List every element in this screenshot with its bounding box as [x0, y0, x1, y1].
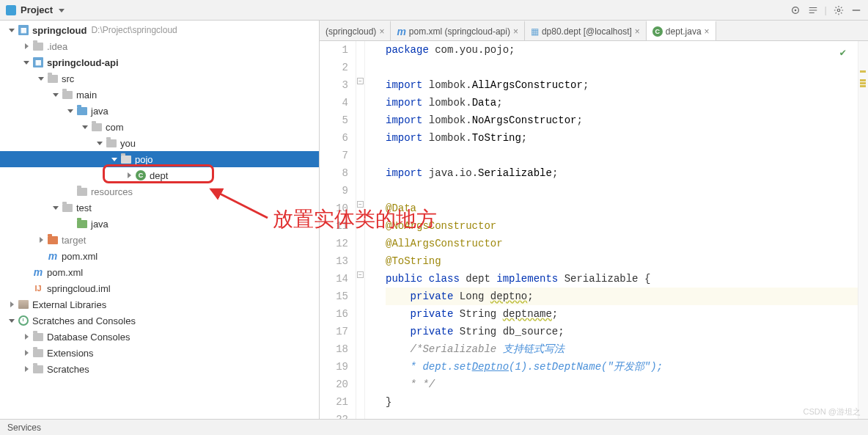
maven-icon: m [397, 26, 405, 37]
tree-root[interactable]: ▦springcloudD:\Project\springcloud [0, 22, 319, 38]
svg-point-2 [837, 9, 840, 12]
tree-dept[interactable]: Cdept [0, 167, 319, 183]
tab-db[interactable]: ▦dp80.dept [@localhost]× [525, 21, 647, 40]
tree-java[interactable]: java [0, 103, 319, 119]
project-toolbar: Project | [0, 0, 868, 21]
tree-testjava[interactable]: java [0, 216, 319, 232]
tree-idea[interactable]: .idea [0, 38, 319, 54]
tree-pojo[interactable]: pojo [0, 151, 319, 167]
fold-icon[interactable]: − [357, 78, 364, 84]
tree-target[interactable]: target [0, 232, 319, 248]
tree-src[interactable]: src [0, 70, 319, 87]
fold-column: − − − [356, 41, 365, 419]
close-icon[interactable]: × [379, 26, 384, 37]
editor-panel: (springcloud)× mpom.xml (springcloud-api… [320, 21, 868, 419]
tree-db[interactable]: Database Consoles [0, 329, 319, 345]
tree-ext[interactable]: External Libraries [0, 296, 319, 312]
watermark: CSDN @游坦之 [803, 406, 861, 417]
tab-dept[interactable]: Cdept.java× [647, 21, 716, 40]
project-label[interactable]: Project [21, 4, 53, 15]
marker-strip[interactable] [858, 41, 868, 419]
close-icon[interactable]: × [513, 26, 518, 37]
minimize-icon[interactable] [850, 4, 862, 16]
tab-pom[interactable]: mpom.xml (springcloud-api)× [391, 21, 525, 40]
fold-icon[interactable]: − [357, 201, 364, 208]
tree-scr[interactable]: Scratches [0, 361, 319, 377]
code-editor[interactable]: 12345678910111213141516171819202122 − − … [320, 41, 868, 419]
locate-icon[interactable] [790, 4, 801, 16]
code-content[interactable]: ✔ package com.you.pojo; import lombok.Al… [365, 41, 858, 419]
line-gutter: 12345678910111213141516171819202122 [320, 41, 356, 419]
services-label[interactable]: Services [7, 423, 41, 433]
tree-resources[interactable]: resources [0, 183, 319, 200]
tree-iml[interactable]: IJspringcloud.iml [0, 280, 319, 296]
project-icon [6, 5, 16, 15]
close-icon[interactable]: × [705, 26, 710, 37]
tree-api[interactable]: ▦springcloud-api [0, 54, 319, 70]
status-bar: Services [0, 419, 868, 435]
tree-com[interactable]: com [0, 119, 319, 135]
class-icon: C [652, 26, 663, 37]
tree-exts[interactable]: Extensions [0, 345, 319, 361]
expand-icon[interactable] [807, 4, 819, 16]
fold-icon[interactable]: − [357, 271, 364, 278]
check-icon: ✔ [840, 44, 846, 62]
tree-test[interactable]: test [0, 200, 319, 216]
gear-icon[interactable] [833, 4, 845, 16]
svg-point-1 [794, 9, 796, 11]
tree-scratch[interactable]: Scratches and Consoles [0, 312, 319, 329]
project-tree-panel: ▦springcloudD:\Project\springcloud .idea… [0, 21, 320, 419]
editor-tabs: (springcloud)× mpom.xml (springcloud-api… [320, 21, 868, 41]
project-dropdown-arrow[interactable] [57, 6, 66, 15]
tree-main[interactable]: main [0, 87, 319, 103]
table-icon: ▦ [531, 26, 539, 37]
close-icon[interactable]: × [635, 26, 640, 37]
tree-pom1[interactable]: mpom.xml [0, 248, 319, 264]
tab-springcloud[interactable]: (springcloud)× [320, 21, 391, 40]
tree-pom2[interactable]: mpom.xml [0, 264, 319, 280]
tree-you[interactable]: you [0, 135, 319, 151]
